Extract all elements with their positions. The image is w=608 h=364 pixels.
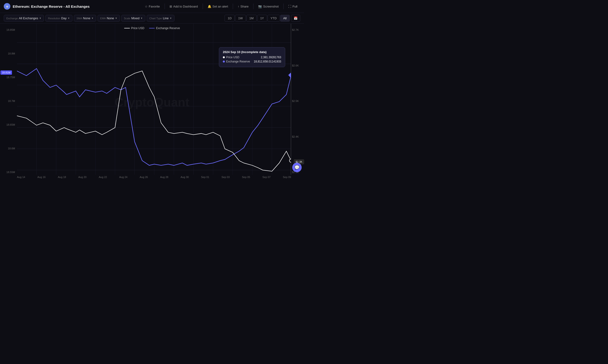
time-buttons: 1D 1W 1M 1Y YTD All — [224, 15, 290, 22]
time-1y[interactable]: 1Y — [257, 15, 267, 22]
share-icon: ↑ — [238, 5, 239, 8]
tooltip-row-price: Price USD 2,381.39281763 — [223, 56, 281, 59]
chart-type-filter[interactable]: Chart Type Line ▼ — [147, 15, 174, 22]
y-right-label-2: $2.5K — [292, 100, 302, 102]
header: ◈ Ethereum: Exchange Reserve - All Excha… — [0, 0, 304, 13]
full-button[interactable]: ⛶ Full — [285, 3, 300, 10]
y-right-label-3: $2.4K — [292, 135, 302, 138]
x-axis: Aug 14 Aug 16 Aug 18 Aug 20 Aug 22 Aug 2… — [17, 174, 291, 181]
x-label-8: Aug 30 — [180, 176, 189, 179]
x-label-12: Sep 07 — [263, 176, 271, 179]
separator-4 — [253, 3, 253, 9]
screenshot-button[interactable]: 📷 Screenshot — [255, 3, 281, 10]
share-button[interactable]: ↑ Share — [235, 3, 251, 10]
svg-point-24 — [290, 159, 291, 162]
star-icon: ☆ — [145, 5, 148, 8]
header-title: ◈ Ethereum: Exchange Reserve - All Excha… — [4, 3, 142, 10]
x-label-0: Aug 14 — [17, 176, 25, 179]
ema-dropdown-arrow: ▼ — [115, 17, 117, 19]
chart-type-dropdown-arrow: ▼ — [169, 17, 172, 19]
x-label-13: Sep 09 — [283, 176, 291, 179]
exchange-dropdown-arrow: ▼ — [39, 17, 41, 19]
y-label-4: 18.65M — [2, 123, 15, 126]
y-axis-left: 18.85M 18.8M 18.75M 18.7M 18.65M 18.6M 1… — [0, 24, 17, 174]
scale-dropdown-arrow: ▼ — [140, 17, 143, 19]
resolution-dropdown-arrow: ▼ — [68, 17, 70, 19]
x-label-2: Aug 18 — [58, 176, 66, 179]
page-title: Ethereum: Exchange Reserve - All Exchang… — [13, 4, 90, 8]
y-right-label-1: $2.6K — [292, 64, 302, 67]
favorite-button[interactable]: ☆ Favorite — [142, 3, 163, 10]
tooltip-dot-white — [223, 56, 225, 58]
fullscreen-icon: ⛶ — [288, 5, 291, 8]
x-label-6: Aug 26 — [140, 176, 148, 179]
resolution-filter[interactable]: Resolution Day ▼ — [45, 15, 72, 22]
time-1m[interactable]: 1M — [246, 15, 257, 22]
separator-3 — [233, 3, 233, 9]
tooltip-dot-blue — [222, 60, 225, 63]
chat-button[interactable]: 💬 — [292, 163, 302, 172]
eth-icon: ◈ — [4, 3, 10, 10]
y-label-5: 18.6M — [2, 147, 15, 150]
x-label-9: Sep 01 — [201, 176, 209, 179]
tooltip-title: 2024 Sep 10 (Incomplete data) — [223, 50, 281, 54]
x-label-7: Aug 28 — [160, 176, 168, 179]
tooltip-row-reserve: Exchange Reserve 18,812,658.01141933 — [223, 60, 281, 63]
y-right-label-0: $2.7K — [292, 28, 302, 31]
exchange-filter[interactable]: Exchange All Exchanges ▼ — [4, 15, 44, 22]
dashboard-button[interactable]: ⊞ Add to Dashboard — [167, 3, 201, 10]
ema-filter[interactable]: EMA None ▼ — [97, 15, 120, 22]
sma-dropdown-arrow: ▼ — [91, 17, 94, 19]
chart-container: CryptoQuant Price USD Exchange Reserve 1… — [0, 24, 304, 181]
header-actions: ☆ Favorite ⊞ Add to Dashboard 🔔 Set an a… — [142, 3, 300, 10]
y-label-1: 18.8M — [2, 52, 15, 55]
chart-tooltip: 2024 Sep 10 (Incomplete data) Price USD … — [219, 47, 285, 67]
y-label-3: 18.7M — [2, 100, 15, 102]
camera-icon: 📷 — [258, 5, 262, 8]
alert-button[interactable]: 🔔 Set an alert — [205, 3, 231, 10]
x-label-1: Aug 16 — [37, 176, 46, 179]
separator-2 — [203, 3, 203, 9]
sma-filter[interactable]: SMA None ▼ — [74, 15, 96, 22]
chart-svg — [17, 24, 291, 175]
y-label-2: 18.75M — [2, 76, 15, 79]
separator-5 — [283, 3, 284, 9]
y-label-0: 18.85M — [2, 28, 15, 31]
x-label-4: Aug 22 — [99, 176, 107, 179]
toolbar: Exchange All Exchanges ▼ Resolution Day … — [0, 13, 304, 24]
x-label-5: Aug 24 — [119, 176, 127, 179]
calendar-button[interactable]: 📅 — [291, 15, 300, 22]
x-label-3: Aug 20 — [78, 176, 86, 179]
time-1w[interactable]: 1W — [235, 15, 246, 22]
time-ytd[interactable]: YTD — [268, 15, 280, 22]
bell-icon: 🔔 — [207, 5, 211, 8]
y-axis-right: $2.7K $2.6K $2.5K $2.4K $2.3K — [291, 24, 304, 174]
time-1d[interactable]: 1D — [224, 15, 235, 22]
dashboard-icon: ⊞ — [169, 5, 172, 8]
current-value-badge: 18.81M — [0, 70, 12, 75]
x-label-10: Sep 03 — [221, 176, 230, 179]
x-label-11: Sep 05 — [242, 176, 250, 179]
scale-filter[interactable]: Scale Mixed ▼ — [121, 15, 145, 22]
separator — [165, 3, 165, 9]
y-label-6: 18.55M — [2, 171, 15, 174]
time-all[interactable]: All — [280, 15, 290, 22]
